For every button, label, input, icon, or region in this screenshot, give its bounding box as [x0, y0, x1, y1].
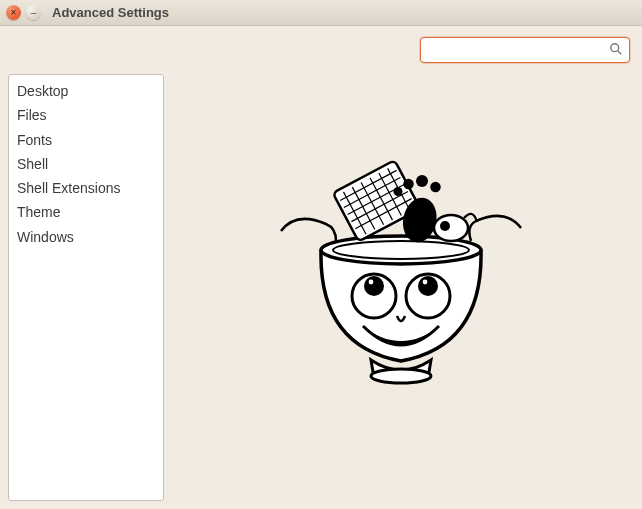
sidebar-item-shell[interactable]: Shell	[9, 152, 163, 176]
gnome-tweak-logo-icon	[271, 146, 531, 429]
svg-point-24	[364, 276, 384, 296]
sidebar-item-label: Shell	[17, 156, 48, 172]
search-icon	[609, 42, 623, 59]
content-area: Desktop Files Fonts Shell Shell Extensio…	[8, 74, 634, 501]
svg-point-17	[394, 187, 403, 196]
svg-point-21	[434, 215, 468, 241]
sidebar-item-label: Shell Extensions	[17, 180, 121, 196]
close-button[interactable]: ×	[6, 5, 21, 20]
svg-point-0	[611, 43, 619, 51]
sidebar-item-desktop[interactable]: Desktop	[9, 79, 163, 103]
window-body: Desktop Files Fonts Shell Shell Extensio…	[0, 26, 642, 509]
titlebar[interactable]: × – Advanced Settings	[0, 0, 642, 26]
sidebar-item-files[interactable]: Files	[9, 103, 163, 127]
svg-point-20	[430, 182, 441, 193]
sidebar-item-theme[interactable]: Theme	[9, 200, 163, 224]
sidebar-item-windows[interactable]: Windows	[9, 225, 163, 249]
svg-point-27	[418, 276, 438, 296]
svg-line-1	[618, 50, 621, 53]
sidebar-item-label: Desktop	[17, 83, 68, 99]
svg-point-28	[423, 280, 428, 285]
search-input[interactable]	[429, 42, 609, 59]
search-field[interactable]	[420, 37, 630, 63]
sidebar-item-label: Fonts	[17, 132, 52, 148]
svg-point-22	[440, 221, 450, 231]
svg-point-25	[369, 280, 374, 285]
sidebar-item-label: Files	[17, 107, 47, 123]
toolbar	[8, 34, 634, 66]
sidebar: Desktop Files Fonts Shell Shell Extensio…	[8, 74, 164, 501]
svg-point-18	[403, 179, 414, 190]
sidebar-item-label: Theme	[17, 204, 61, 220]
minimize-button[interactable]: –	[26, 5, 41, 20]
sidebar-item-shell-extensions[interactable]: Shell Extensions	[9, 176, 163, 200]
svg-point-29	[371, 369, 431, 383]
sidebar-item-fonts[interactable]: Fonts	[9, 128, 163, 152]
main-panel	[168, 74, 634, 501]
svg-point-19	[416, 175, 428, 187]
sidebar-item-label: Windows	[17, 229, 74, 245]
window-title: Advanced Settings	[52, 5, 169, 20]
